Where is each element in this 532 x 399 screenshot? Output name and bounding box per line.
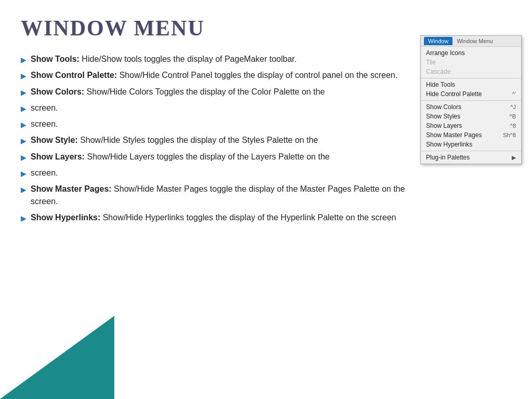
menu-item-label: Cascade <box>426 68 450 75</box>
menu-item-shortcut: ▶ <box>512 154 516 161</box>
bullet-arrow-icon: ▶ <box>21 152 26 163</box>
menu-item[interactable]: Tile <box>421 58 521 67</box>
bullet-label: Show Master Pages: <box>31 184 112 193</box>
list-item: ▶screen. <box>21 167 416 179</box>
list-item: ▶Show Colors: Show/Hide Colors Toggles t… <box>21 86 416 98</box>
decorative-triangle <box>0 316 114 399</box>
bullet-arrow-icon: ▶ <box>21 213 26 223</box>
menu-item-label: Plug-in Palettes <box>426 154 470 161</box>
bullet-content: screen. <box>31 102 416 114</box>
bullet-label: Show Style: <box>31 136 78 144</box>
bullet-content: screen. <box>31 167 416 179</box>
menu-item[interactable]: Cascade <box>421 67 521 76</box>
bullet-arrow-icon: ▶ <box>21 71 26 81</box>
menu-item-shortcut: ^B <box>510 113 516 119</box>
page-container: WINDOW MENU ▶Show Tools: Hide/Show tools… <box>0 0 532 399</box>
menu-item[interactable]: Show Master PagesSh^8 <box>421 130 521 140</box>
list-item: ▶Show Layers: Show/Hide Layers toggles t… <box>21 151 416 163</box>
menu-item[interactable]: Show Hyperlinks <box>421 140 521 149</box>
menu-item-label: Arrange Icons <box>426 49 465 57</box>
list-item: ▶Show Master Pages: Show/Hide Master Pag… <box>21 183 416 207</box>
bullet-arrow-icon: ▶ <box>21 55 26 65</box>
menu-item-shortcut: ^J <box>510 104 516 110</box>
menu-item[interactable]: Show Styles^B <box>421 112 521 121</box>
menu-item-label: Hide Tools <box>426 81 455 88</box>
bullet-content: Show Colors: Show/Hide Colors Toggles th… <box>31 86 416 98</box>
menu-item[interactable]: Hide Tools <box>421 80 521 89</box>
bullet-arrow-icon: ▶ <box>21 119 26 130</box>
menu-section: Hide ToolsHide Control Palette^' <box>421 78 521 101</box>
menu-item-shortcut: ^8 <box>510 123 516 129</box>
bullet-arrow-icon: ▶ <box>21 87 26 98</box>
bullet-content: Show Tools: Hide/Show tools toggles the … <box>31 53 416 65</box>
bullet-label: Show Control Palette: <box>31 71 117 79</box>
menu-item-label: Show Layers <box>426 122 462 129</box>
bullet-content: Show Control Palette: Show/Hide Control … <box>31 69 416 81</box>
menu-panel-header: Window Window Menu <box>421 36 521 47</box>
list-item: ▶Show Control Palette: Show/Hide Control… <box>21 69 416 81</box>
bullet-label: Show Layers: <box>31 152 85 161</box>
window-menu-panel: Window Window Menu Arrange IconsTileCasc… <box>420 35 522 164</box>
bullet-content: Show Layers: Show/Hide Layers toggles th… <box>31 151 416 163</box>
bullet-arrow-icon: ▶ <box>21 136 26 146</box>
menu-item-label: Show Master Pages <box>426 131 482 139</box>
list-item: ▶Show Tools: Hide/Show tools toggles the… <box>21 53 416 65</box>
menu-item-shortcut: Sh^8 <box>503 132 516 138</box>
menu-item[interactable]: Hide Control Palette^' <box>421 89 521 99</box>
menu-section: Plug-in Palettes▶ <box>421 151 521 164</box>
bullet-content: screen. <box>31 118 416 130</box>
menu-item-label: Hide Control Palette <box>426 90 482 98</box>
list-item: ▶Show Hyperlinks: Show/Hide Hyperlinks t… <box>21 211 416 223</box>
menu-item-shortcut: ^' <box>512 91 516 97</box>
menu-sections: Arrange IconsTileCascadeHide ToolsHide C… <box>421 47 521 164</box>
bullet-content: Show Style: Show/Hide Styles toggles the… <box>31 134 416 146</box>
bullet-label: Show Colors: <box>31 87 84 96</box>
list-item: ▶screen. <box>21 102 416 114</box>
menu-section: Show Colors^JShow Styles^BShow Layers^8S… <box>421 101 521 151</box>
bullet-label: Show Hyperlinks: <box>31 213 100 222</box>
bullet-label: Show Tools: <box>31 55 79 63</box>
menu-item-label: Show Colors <box>426 103 461 111</box>
menu-item-label: Tile <box>426 59 436 66</box>
menu-item-label: Show Styles <box>426 113 460 120</box>
bullet-content: Show Master Pages: Show/Hide Master Page… <box>31 183 416 207</box>
menu-item-label: Show Hyperlinks <box>426 141 472 148</box>
menu-panel-title: Window Menu <box>457 38 493 44</box>
menu-item[interactable]: Show Layers^8 <box>421 121 521 130</box>
bullet-arrow-icon: ▶ <box>21 184 26 195</box>
menu-item[interactable]: Arrange Icons <box>421 48 521 58</box>
bullet-arrow-icon: ▶ <box>21 168 26 179</box>
menu-item[interactable]: Plug-in Palettes▶ <box>421 153 521 162</box>
menu-item[interactable]: Show Colors^J <box>421 102 521 112</box>
bullet-list: ▶Show Tools: Hide/Show tools toggles the… <box>21 53 416 228</box>
bullet-content: Show Hyperlinks: Show/Hide Hyperlinks to… <box>31 211 416 223</box>
list-item: ▶Show Style: Show/Hide Styles toggles th… <box>21 134 416 146</box>
menu-tab: Window <box>424 37 453 45</box>
menu-section: Arrange IconsTileCascade <box>421 47 521 78</box>
list-item: ▶screen. <box>21 118 416 130</box>
bullet-arrow-icon: ▶ <box>21 103 26 114</box>
